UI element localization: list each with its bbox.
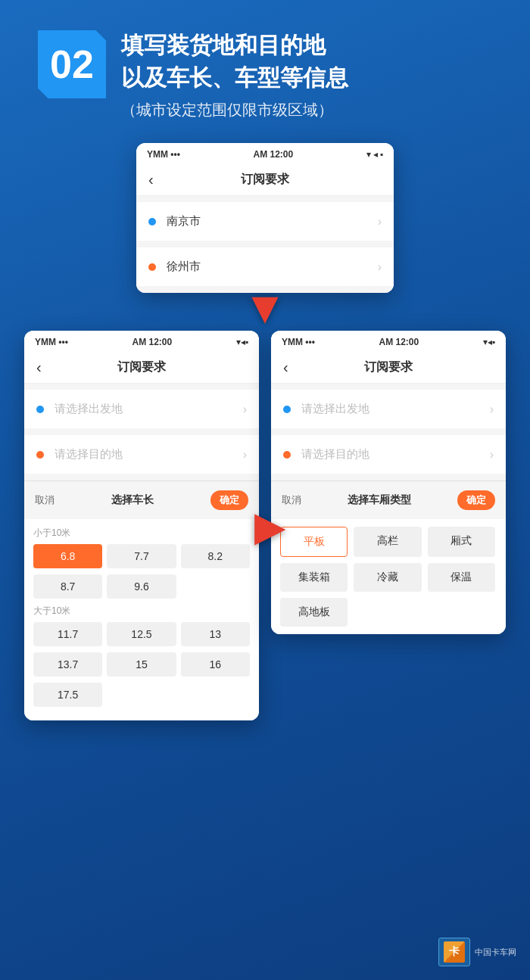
right-phone-nav-title: 订阅要求 [364, 359, 413, 375]
big-phone-nav-title: 订阅要求 [241, 172, 289, 188]
right-phone-carrier: YMM ••• [282, 337, 315, 347]
right-origin-chevron: › [490, 403, 494, 416]
left-picker-title: 选择车长 [111, 493, 154, 507]
left-phone-time: AM 12:00 [132, 337, 172, 347]
right-origin-dot [283, 406, 291, 413]
left-phone: YMM ••• AM 12:00 ▾◂▪ ‹ 订阅要求 请选择出发地 › 请 [24, 331, 259, 720]
type-btn-insulated[interactable]: 保温 [428, 563, 495, 592]
big-phone-wrapper: YMM ••• AM 12:00 ▾ ◂ ▪ ‹ 订阅要求 南京市 › 徐州市 [0, 143, 530, 293]
right-route-spacer [271, 429, 506, 435]
length-btn-15[interactable]: 15 [107, 652, 176, 677]
right-type-picker: 平板 高栏 厢式 集装箱 冷藏 保温 高地板 [271, 519, 506, 634]
length-btn-13[interactable]: 13 [181, 622, 250, 646]
top-section: 02 填写装货地和目的地 以及车长、车型等信息 （城市设定范围仅限市级区域） [0, 0, 530, 135]
length-btn-8.7[interactable]: 8.7 [33, 574, 102, 599]
left-origin-chevron: › [243, 403, 247, 416]
type-btn-box[interactable]: 厢式 [428, 527, 495, 557]
right-phone-back-button[interactable]: ‹ [283, 359, 288, 376]
route-spacer [136, 241, 394, 247]
length-btn-7.7[interactable]: 7.7 [107, 544, 176, 568]
right-phone-time: AM 12:00 [379, 337, 419, 347]
left-length-picker: 小于10米 6.8 7.7 8.2 8.7 9.6 大于10米 11.7 12.… [24, 519, 259, 720]
right-phone-signal: ▾◂▪ [483, 337, 495, 347]
route-dest-item[interactable]: 徐州市 › [136, 247, 394, 286]
left-origin-dot [36, 406, 44, 413]
right-dest-placeholder: 请选择目的地 [301, 447, 490, 462]
length-btn-8.2[interactable]: 8.2 [181, 544, 250, 568]
big-phone-status-bar: YMM ••• AM 12:00 ▾ ◂ ▪ [136, 143, 394, 164]
left-cancel-button[interactable]: 取消 [35, 493, 55, 507]
length-btn-9.6[interactable]: 9.6 [107, 574, 176, 599]
right-origin-placeholder: 请选择出发地 [301, 402, 490, 416]
length-btn-11.7[interactable]: 11.7 [33, 622, 102, 646]
right-origin-item[interactable]: 请选择出发地 › [271, 390, 506, 428]
right-picker-title: 选择车厢类型 [348, 493, 411, 507]
right-phone-routes: 请选择出发地 › 请选择目的地 › [271, 384, 506, 481]
large-length-grid-row1: 11.7 12.5 13 [33, 622, 250, 646]
arrow-down-icon: ▼ [242, 285, 287, 331]
dest-city: 徐州市 [167, 260, 378, 274]
type-btn-refrigerated[interactable]: 冷藏 [354, 563, 421, 592]
big-phone: YMM ••• AM 12:00 ▾ ◂ ▪ ‹ 订阅要求 南京市 › 徐州市 [136, 143, 394, 293]
length-btn-6.8[interactable]: 6.8 [33, 544, 102, 568]
left-dest-dot [36, 451, 44, 459]
left-route-spacer [24, 429, 259, 435]
origin-chevron-icon: › [378, 215, 382, 229]
big-phone-routes: 南京市 › 徐州市 › [136, 196, 394, 293]
watermark: 卡 中国卡车网 [438, 938, 516, 966]
right-dest-chevron: › [490, 448, 494, 462]
watermark-text: 中国卡车网 [475, 947, 516, 958]
right-phone-wrapper: YMM ••• AM 12:00 ▾◂▪ ‹ 订阅要求 请选择出发地 › 请 [271, 331, 506, 720]
large-section-label: 大于10米 [33, 605, 250, 618]
right-confirm-button[interactable]: 确定 [457, 490, 495, 510]
large-length-grid-row3: 17.5 [33, 683, 250, 707]
right-dest-dot [283, 451, 291, 459]
type-btn-highfloor[interactable]: 高地板 [280, 598, 348, 627]
origin-city: 南京市 [167, 214, 378, 229]
right-phone: YMM ••• AM 12:00 ▾◂▪ ‹ 订阅要求 请选择出发地 › 请 [271, 331, 506, 634]
top-title-line1: 填写装货地和目的地 [121, 30, 348, 60]
left-phone-nav-title: 订阅要求 [117, 359, 166, 375]
length-btn-13.7[interactable]: 13.7 [33, 652, 102, 677]
big-phone-time: AM 12:00 [253, 149, 293, 160]
left-phone-carrier: YMM ••• [35, 337, 68, 347]
route-origin-item[interactable]: 南京市 › [136, 202, 394, 241]
arrow-down-wrapper: ▼ [0, 285, 530, 331]
big-phone-nav: ‹ 订阅要求 [136, 164, 394, 196]
left-phone-back-button[interactable]: ‹ [36, 359, 42, 376]
left-dest-chevron: › [243, 448, 247, 462]
right-phone-nav: ‹ 订阅要求 [271, 352, 506, 384]
top-subtitle: （城市设定范围仅限市级区域） [121, 100, 348, 120]
left-phone-signal: ▾◂▪ [236, 337, 248, 347]
left-origin-item[interactable]: 请选择出发地 › [24, 390, 259, 428]
small-length-grid-row2: 8.7 9.6 [33, 574, 250, 599]
battery-icon: ▪ [380, 149, 383, 160]
type-btn-highbar[interactable]: 高栏 [354, 527, 421, 557]
two-phones-container: YMM ••• AM 12:00 ▾◂▪ ‹ 订阅要求 请选择出发地 › 请 [15, 331, 515, 720]
length-btn-16[interactable]: 16 [181, 652, 250, 677]
type-btn-container[interactable]: 集装箱 [280, 563, 348, 592]
signal-icon: ◂ [373, 149, 378, 160]
left-dest-item[interactable]: 请选择目的地 › [24, 435, 259, 474]
dest-dot [148, 263, 156, 271]
left-origin-placeholder: 请选择出发地 [55, 402, 243, 416]
left-confirm-button[interactable]: 确定 [210, 490, 248, 510]
right-phone-status-bar: YMM ••• AM 12:00 ▾◂▪ [271, 331, 506, 352]
large-length-grid-row2: 13.7 15 16 [33, 652, 250, 677]
big-phone-back-button[interactable]: ‹ [148, 171, 154, 188]
big-phone-carrier: YMM ••• [147, 149, 180, 160]
watermark-box: 卡 [438, 938, 470, 966]
left-picker-header: 取消 选择车长 确定 [24, 481, 259, 519]
right-dest-item[interactable]: 请选择目的地 › [271, 435, 506, 474]
right-picker-header: 取消 选择车厢类型 确定 [271, 481, 506, 519]
big-phone-signal: ▾ ◂ ▪ [366, 149, 383, 160]
wifi-icon: ▾ [366, 149, 371, 160]
length-btn-17.5[interactable]: 17.5 [33, 683, 102, 707]
origin-dot [148, 218, 156, 226]
type-btn-flatbed[interactable]: 平板 [280, 527, 348, 557]
length-btn-12.5[interactable]: 12.5 [107, 622, 176, 646]
top-title-line2: 以及车长、车型等信息 [121, 63, 348, 92]
left-phone-nav: ‹ 订阅要求 [24, 352, 259, 384]
type-grid: 平板 高栏 厢式 集装箱 冷藏 保温 高地板 [280, 527, 497, 627]
small-length-grid-row1: 6.8 7.7 8.2 [33, 544, 250, 568]
